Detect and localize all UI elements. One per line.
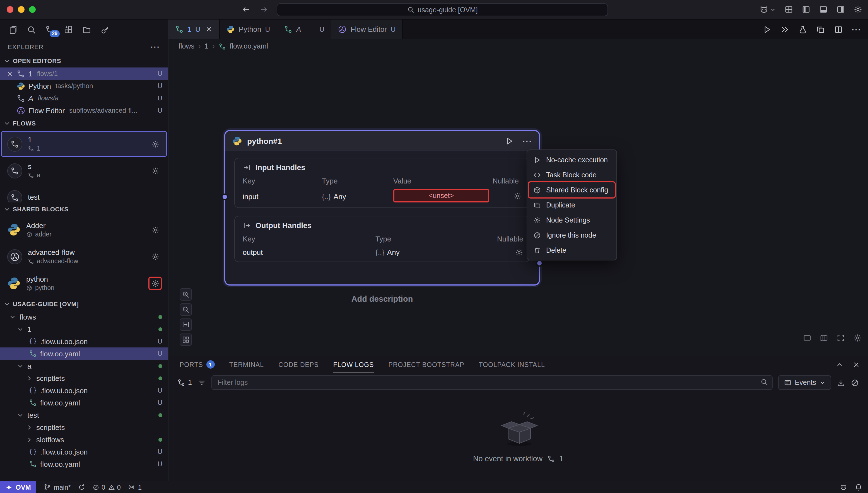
menu-item-delete[interactable]: Delete xyxy=(529,242,615,258)
open-editor-item[interactable]: 1 flows/1 U xyxy=(0,67,168,80)
shared-block-item[interactable]: python python xyxy=(1,271,167,296)
problems-button[interactable]: 0 0 xyxy=(92,483,121,491)
shared-block-settings-gear[interactable] xyxy=(149,251,161,262)
canvas-settings-gear[interactable] xyxy=(853,334,862,342)
tree-file[interactable]: .flow.ui.oo.jsonU xyxy=(0,384,168,396)
run-button[interactable] xyxy=(763,25,771,34)
tree-folder[interactable]: slotflows xyxy=(0,433,168,446)
toggle-sidebar-right-button[interactable] xyxy=(836,5,845,14)
node-description-placeholder[interactable]: Add description xyxy=(224,295,540,303)
shared-block-item[interactable]: Adder adder xyxy=(1,217,167,242)
workflow-selector[interactable]: 1 xyxy=(177,379,192,386)
tab-flow-editor[interactable]: Flow Editor U xyxy=(332,20,403,39)
fullscreen-icon[interactable] xyxy=(836,334,845,342)
map-icon[interactable] xyxy=(820,334,828,342)
tree-file[interactable]: .flow.ui.oo.jsonU xyxy=(0,446,168,458)
close-panel-button[interactable] xyxy=(852,361,860,369)
run-all-button[interactable] xyxy=(780,25,789,34)
input-port-dot[interactable] xyxy=(221,194,228,200)
copilot-menu-button[interactable] xyxy=(759,5,776,14)
beaker-icon[interactable] xyxy=(798,25,807,34)
layout-grid-button[interactable] xyxy=(179,334,192,346)
filter-logs-input[interactable] xyxy=(211,375,772,390)
toggle-panel-button[interactable] xyxy=(819,5,828,14)
shared-block-settings-gear-highlighted[interactable] xyxy=(149,278,161,289)
maximize-panel-button[interactable] xyxy=(835,361,844,369)
panel-tab-code-deps[interactable]: CODE DEPS xyxy=(278,356,319,373)
customize-layout-button[interactable] xyxy=(784,5,793,14)
tab-flow-a[interactable]: A U xyxy=(277,20,332,39)
menu-item-node-settings[interactable]: Node Settings xyxy=(529,213,615,228)
panel-tab-toolpack-install[interactable]: TOOLPACK INSTALL xyxy=(479,356,545,373)
secrets-activity-button[interactable] xyxy=(99,23,111,36)
flow-settings-gear[interactable] xyxy=(149,138,161,149)
node-more-button[interactable]: ··· xyxy=(523,136,532,145)
flow-list-item[interactable]: test xyxy=(1,185,167,202)
menu-item-duplicate[interactable]: Duplicate xyxy=(529,197,615,213)
events-dropdown[interactable]: Events xyxy=(778,375,831,390)
split-editor-button[interactable] xyxy=(834,25,843,34)
notifications-bell-icon[interactable] xyxy=(854,483,863,491)
menu-item-no-cache-execution[interactable]: No-cache execution xyxy=(529,152,615,167)
panel-tab-project-bootstrap[interactable]: PROJECT BOOTSTRAP xyxy=(388,356,464,373)
unset-value-field-highlighted[interactable]: <unset> xyxy=(393,189,489,202)
shared-block-settings-gear[interactable] xyxy=(149,224,161,235)
breadcrumb-item[interactable]: 1 xyxy=(205,42,208,50)
handle-settings-gear[interactable] xyxy=(515,247,523,256)
zoom-out-button[interactable] xyxy=(179,303,192,316)
flows-activity-button[interactable]: 29 xyxy=(43,23,56,36)
open-editor-item[interactable]: Flow Editor subflows/advanced-fl... U xyxy=(0,104,168,116)
shared-block-item[interactable]: advanced-flow advanced-flow xyxy=(1,244,167,270)
copilot-cat-icon[interactable] xyxy=(840,483,847,491)
tree-file[interactable]: .flow.ui.oo.jsonU xyxy=(0,335,168,347)
search-activity-button[interactable] xyxy=(25,23,37,36)
tree-folder[interactable]: test xyxy=(0,409,168,421)
settings-gear-button[interactable] xyxy=(853,5,863,14)
git-branch-button[interactable]: main* xyxy=(44,483,71,491)
toggle-sidebar-left-button[interactable] xyxy=(802,5,810,14)
flow-list-item[interactable]: s a xyxy=(1,158,167,184)
forwarded-ports-button[interactable]: 1 xyxy=(128,483,142,491)
log-level-filter-button[interactable] xyxy=(197,379,206,387)
tree-folder[interactable]: flows xyxy=(0,310,168,323)
node-header[interactable]: python#1 ··· xyxy=(225,131,539,151)
extensions-activity-button[interactable] xyxy=(62,23,74,36)
sync-changes-button[interactable] xyxy=(78,484,85,491)
back-button[interactable] xyxy=(241,5,251,14)
flow-settings-gear[interactable] xyxy=(149,165,161,176)
ovm-status-button[interactable]: OVM xyxy=(0,481,37,493)
zoom-window-button[interactable] xyxy=(29,6,36,13)
workspace-section-header[interactable]: USAGE-GUIDE [OVM] xyxy=(0,297,168,310)
flow-list-item[interactable]: 1 1 xyxy=(1,131,167,157)
tab-flow-1[interactable]: 1 U xyxy=(168,20,220,39)
close-window-button[interactable] xyxy=(7,6,14,13)
command-center-search[interactable]: usage-guide [OVM] xyxy=(277,3,608,16)
tree-folder[interactable]: scriptlets xyxy=(0,372,168,384)
flows-section-header[interactable]: FLOWS xyxy=(0,116,168,130)
panel-tab-flow-logs[interactable]: FLOW LOGS xyxy=(333,356,374,373)
close-editor-icon[interactable] xyxy=(6,70,13,77)
explorer-activity-button[interactable] xyxy=(7,23,19,36)
node-python-1[interactable]: python#1 ··· Input Handles Key xyxy=(224,130,540,285)
tree-folder[interactable]: 1 xyxy=(0,323,168,335)
handle-settings-gear[interactable] xyxy=(513,191,522,200)
open-editor-item[interactable]: A flows/a U xyxy=(0,92,168,104)
minimize-window-button[interactable] xyxy=(18,6,24,13)
breadcrumb-item[interactable]: flow.oo.yaml xyxy=(230,42,268,50)
screen-icon[interactable] xyxy=(803,334,812,342)
shared-blocks-section-header[interactable]: SHARED BLOCKS xyxy=(0,202,168,216)
breadcrumb-item[interactable]: flows xyxy=(178,42,194,50)
tab-python[interactable]: Python U xyxy=(220,20,277,39)
forward-button[interactable] xyxy=(259,5,268,14)
more-actions-button[interactable]: ··· xyxy=(852,25,861,34)
menu-item-ignore-node[interactable]: Ignore this node xyxy=(529,228,615,242)
open-editor-item[interactable]: Python tasks/python U xyxy=(0,80,168,92)
tree-file[interactable]: flow.oo.yamlU xyxy=(0,396,168,409)
output-port-dot[interactable] xyxy=(536,260,543,266)
tree-file[interactable]: flow.oo.yamlU xyxy=(0,458,168,470)
folder-activity-button[interactable] xyxy=(80,23,92,36)
flow-canvas[interactable]: python#1 ··· Input Handles Key xyxy=(168,53,868,356)
panel-tab-ports[interactable]: PORTS 1 xyxy=(179,356,215,373)
duplicate-view-icon[interactable] xyxy=(816,25,825,34)
open-editors-header[interactable]: OPEN EDITORS xyxy=(0,54,168,67)
